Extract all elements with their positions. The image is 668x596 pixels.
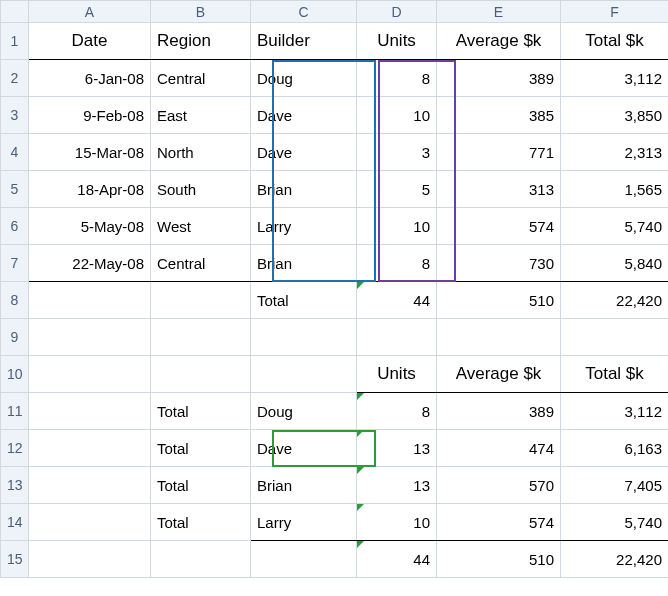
cell-A12[interactable] <box>29 430 151 467</box>
cell-E4[interactable]: 771 <box>437 134 561 171</box>
cell-D15[interactable]: 44 <box>357 541 437 578</box>
cell-A13[interactable] <box>29 467 151 504</box>
row-header-6[interactable]: 6 <box>1 208 29 245</box>
row-header-12[interactable]: 12 <box>1 430 29 467</box>
cell-A7[interactable]: 22-May-08 <box>29 245 151 282</box>
cell-C12[interactable]: Dave <box>251 430 357 467</box>
cell-E9[interactable] <box>437 319 561 356</box>
cell-C8[interactable]: Total <box>251 282 357 319</box>
cell-E6[interactable]: 574 <box>437 208 561 245</box>
cell-F10[interactable]: Total $k <box>561 356 669 393</box>
cell-B6[interactable]: West <box>151 208 251 245</box>
cell-C4[interactable]: Dave <box>251 134 357 171</box>
cell-D4[interactable]: 3 <box>357 134 437 171</box>
cell-E7[interactable]: 730 <box>437 245 561 282</box>
cell-B11[interactable]: Total <box>151 393 251 430</box>
row-header-14[interactable]: 14 <box>1 504 29 541</box>
cell-F7[interactable]: 5,840 <box>561 245 669 282</box>
cell-E1[interactable]: Average $k <box>437 23 561 60</box>
cell-E12[interactable]: 474 <box>437 430 561 467</box>
cell-E3[interactable]: 385 <box>437 97 561 134</box>
cell-B8[interactable] <box>151 282 251 319</box>
cell-E8[interactable]: 510 <box>437 282 561 319</box>
cell-D12[interactable]: 13 <box>357 430 437 467</box>
cell-C6[interactable]: Larry <box>251 208 357 245</box>
cell-C9[interactable] <box>251 319 357 356</box>
cell-C13[interactable]: Brian <box>251 467 357 504</box>
row-header-5[interactable]: 5 <box>1 171 29 208</box>
cell-E5[interactable]: 313 <box>437 171 561 208</box>
cell-C5[interactable]: Brian <box>251 171 357 208</box>
cell-B12[interactable]: Total <box>151 430 251 467</box>
cell-F11[interactable]: 3,112 <box>561 393 669 430</box>
col-header-F[interactable]: F <box>561 1 669 23</box>
row-header-15[interactable]: 15 <box>1 541 29 578</box>
cell-F3[interactable]: 3,850 <box>561 97 669 134</box>
cell-F13[interactable]: 7,405 <box>561 467 669 504</box>
col-header-B[interactable]: B <box>151 1 251 23</box>
cell-B9[interactable] <box>151 319 251 356</box>
cell-A10[interactable] <box>29 356 151 393</box>
cell-C3[interactable]: Dave <box>251 97 357 134</box>
cell-A2[interactable]: 6-Jan-08 <box>29 60 151 97</box>
cell-C7[interactable]: Brian <box>251 245 357 282</box>
cell-A8[interactable] <box>29 282 151 319</box>
cell-C11[interactable]: Doug <box>251 393 357 430</box>
cell-A5[interactable]: 18-Apr-08 <box>29 171 151 208</box>
cell-C1[interactable]: Builder <box>251 23 357 60</box>
cell-B13[interactable]: Total <box>151 467 251 504</box>
select-all-corner[interactable] <box>1 1 29 23</box>
cell-D8[interactable]: 44 <box>357 282 437 319</box>
cell-D10[interactable]: Units <box>357 356 437 393</box>
cell-A1[interactable]: Date <box>29 23 151 60</box>
cell-D3[interactable]: 10 <box>357 97 437 134</box>
col-header-D[interactable]: D <box>357 1 437 23</box>
cell-F1[interactable]: Total $k <box>561 23 669 60</box>
cell-C15[interactable] <box>251 541 357 578</box>
col-header-C[interactable]: C <box>251 1 357 23</box>
row-header-2[interactable]: 2 <box>1 60 29 97</box>
cell-A3[interactable]: 9-Feb-08 <box>29 97 151 134</box>
cell-F8[interactable]: 22,420 <box>561 282 669 319</box>
cell-F14[interactable]: 5,740 <box>561 504 669 541</box>
col-header-E[interactable]: E <box>437 1 561 23</box>
cell-F9[interactable] <box>561 319 669 356</box>
row-header-8[interactable]: 8 <box>1 282 29 319</box>
spreadsheet-grid[interactable]: A B C D E F 1 Date Region Builder Units … <box>0 0 668 578</box>
cell-F15[interactable]: 22,420 <box>561 541 669 578</box>
cell-D13[interactable]: 13 <box>357 467 437 504</box>
cell-F4[interactable]: 2,313 <box>561 134 669 171</box>
cell-A11[interactable] <box>29 393 151 430</box>
row-header-1[interactable]: 1 <box>1 23 29 60</box>
row-header-13[interactable]: 13 <box>1 467 29 504</box>
cell-A15[interactable] <box>29 541 151 578</box>
cell-D14[interactable]: 10 <box>357 504 437 541</box>
cell-B5[interactable]: South <box>151 171 251 208</box>
row-header-4[interactable]: 4 <box>1 134 29 171</box>
cell-F6[interactable]: 5,740 <box>561 208 669 245</box>
cell-D7[interactable]: 8 <box>357 245 437 282</box>
cell-E2[interactable]: 389 <box>437 60 561 97</box>
cell-B2[interactable]: Central <box>151 60 251 97</box>
cell-E15[interactable]: 510 <box>437 541 561 578</box>
cell-B4[interactable]: North <box>151 134 251 171</box>
row-header-3[interactable]: 3 <box>1 97 29 134</box>
cell-E13[interactable]: 570 <box>437 467 561 504</box>
cell-A6[interactable]: 5-May-08 <box>29 208 151 245</box>
cell-D6[interactable]: 10 <box>357 208 437 245</box>
cell-C2[interactable]: Doug <box>251 60 357 97</box>
cell-B14[interactable]: Total <box>151 504 251 541</box>
cell-D11[interactable]: 8 <box>357 393 437 430</box>
cell-B7[interactable]: Central <box>151 245 251 282</box>
cell-C14[interactable]: Larry <box>251 504 357 541</box>
cell-B3[interactable]: East <box>151 97 251 134</box>
cell-E14[interactable]: 574 <box>437 504 561 541</box>
cell-B15[interactable] <box>151 541 251 578</box>
row-header-7[interactable]: 7 <box>1 245 29 282</box>
row-header-9[interactable]: 9 <box>1 319 29 356</box>
cell-F2[interactable]: 3,112 <box>561 60 669 97</box>
cell-E10[interactable]: Average $k <box>437 356 561 393</box>
cell-D9[interactable] <box>357 319 437 356</box>
row-header-10[interactable]: 10 <box>1 356 29 393</box>
cell-E11[interactable]: 389 <box>437 393 561 430</box>
